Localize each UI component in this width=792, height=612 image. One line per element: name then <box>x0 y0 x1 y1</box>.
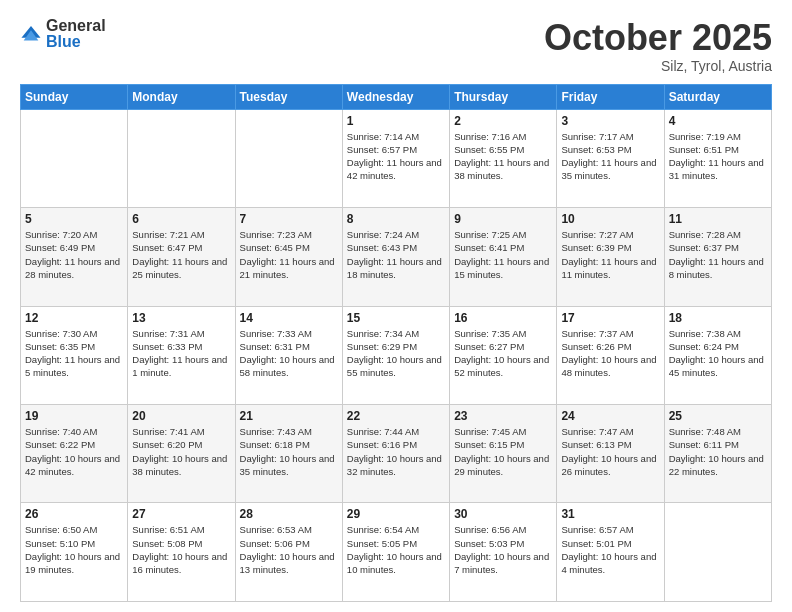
calendar-cell: 31Sunrise: 6:57 AM Sunset: 5:01 PM Dayli… <box>557 503 664 602</box>
day-number: 18 <box>669 311 767 325</box>
calendar-cell: 3Sunrise: 7:17 AM Sunset: 6:53 PM Daylig… <box>557 109 664 207</box>
day-number: 20 <box>132 409 230 423</box>
day-number: 13 <box>132 311 230 325</box>
calendar-cell: 23Sunrise: 7:45 AM Sunset: 6:15 PM Dayli… <box>450 405 557 503</box>
calendar-cell: 8Sunrise: 7:24 AM Sunset: 6:43 PM Daylig… <box>342 208 449 306</box>
day-number: 27 <box>132 507 230 521</box>
weekday-header-saturday: Saturday <box>664 84 771 109</box>
day-number: 7 <box>240 212 338 226</box>
calendar-cell: 25Sunrise: 7:48 AM Sunset: 6:11 PM Dayli… <box>664 405 771 503</box>
calendar-cell: 15Sunrise: 7:34 AM Sunset: 6:29 PM Dayli… <box>342 306 449 404</box>
day-info: Sunrise: 7:21 AM Sunset: 6:47 PM Dayligh… <box>132 228 230 281</box>
day-number: 25 <box>669 409 767 423</box>
month-title: October 2025 <box>544 18 772 58</box>
day-info: Sunrise: 7:38 AM Sunset: 6:24 PM Dayligh… <box>669 327 767 380</box>
day-number: 28 <box>240 507 338 521</box>
day-info: Sunrise: 7:16 AM Sunset: 6:55 PM Dayligh… <box>454 130 552 183</box>
calendar-cell: 19Sunrise: 7:40 AM Sunset: 6:22 PM Dayli… <box>21 405 128 503</box>
day-info: Sunrise: 6:50 AM Sunset: 5:10 PM Dayligh… <box>25 523 123 576</box>
calendar-cell <box>235 109 342 207</box>
calendar-cell: 27Sunrise: 6:51 AM Sunset: 5:08 PM Dayli… <box>128 503 235 602</box>
day-number: 10 <box>561 212 659 226</box>
calendar-cell: 20Sunrise: 7:41 AM Sunset: 6:20 PM Dayli… <box>128 405 235 503</box>
calendar-cell: 18Sunrise: 7:38 AM Sunset: 6:24 PM Dayli… <box>664 306 771 404</box>
calendar-cell: 29Sunrise: 6:54 AM Sunset: 5:05 PM Dayli… <box>342 503 449 602</box>
week-row-1: 1Sunrise: 7:14 AM Sunset: 6:57 PM Daylig… <box>21 109 772 207</box>
logo-blue: Blue <box>46 34 106 50</box>
day-info: Sunrise: 7:19 AM Sunset: 6:51 PM Dayligh… <box>669 130 767 183</box>
location-subtitle: Silz, Tyrol, Austria <box>544 58 772 74</box>
calendar-cell: 10Sunrise: 7:27 AM Sunset: 6:39 PM Dayli… <box>557 208 664 306</box>
calendar-header: SundayMondayTuesdayWednesdayThursdayFrid… <box>21 84 772 109</box>
calendar-cell: 6Sunrise: 7:21 AM Sunset: 6:47 PM Daylig… <box>128 208 235 306</box>
calendar-cell <box>664 503 771 602</box>
day-number: 8 <box>347 212 445 226</box>
day-info: Sunrise: 7:35 AM Sunset: 6:27 PM Dayligh… <box>454 327 552 380</box>
day-info: Sunrise: 7:17 AM Sunset: 6:53 PM Dayligh… <box>561 130 659 183</box>
day-number: 4 <box>669 114 767 128</box>
day-info: Sunrise: 7:33 AM Sunset: 6:31 PM Dayligh… <box>240 327 338 380</box>
logo: General Blue <box>20 18 106 50</box>
day-number: 14 <box>240 311 338 325</box>
day-info: Sunrise: 6:51 AM Sunset: 5:08 PM Dayligh… <box>132 523 230 576</box>
day-number: 5 <box>25 212 123 226</box>
calendar-cell: 28Sunrise: 6:53 AM Sunset: 5:06 PM Dayli… <box>235 503 342 602</box>
day-info: Sunrise: 7:28 AM Sunset: 6:37 PM Dayligh… <box>669 228 767 281</box>
page: General Blue October 2025 Silz, Tyrol, A… <box>0 0 792 612</box>
weekday-header-wednesday: Wednesday <box>342 84 449 109</box>
calendar-cell: 2Sunrise: 7:16 AM Sunset: 6:55 PM Daylig… <box>450 109 557 207</box>
calendar-cell: 14Sunrise: 7:33 AM Sunset: 6:31 PM Dayli… <box>235 306 342 404</box>
calendar-cell: 1Sunrise: 7:14 AM Sunset: 6:57 PM Daylig… <box>342 109 449 207</box>
calendar-cell: 5Sunrise: 7:20 AM Sunset: 6:49 PM Daylig… <box>21 208 128 306</box>
day-info: Sunrise: 7:34 AM Sunset: 6:29 PM Dayligh… <box>347 327 445 380</box>
logo-general: General <box>46 18 106 34</box>
day-info: Sunrise: 7:40 AM Sunset: 6:22 PM Dayligh… <box>25 425 123 478</box>
calendar-body: 1Sunrise: 7:14 AM Sunset: 6:57 PM Daylig… <box>21 109 772 601</box>
weekday-header-friday: Friday <box>557 84 664 109</box>
day-info: Sunrise: 7:23 AM Sunset: 6:45 PM Dayligh… <box>240 228 338 281</box>
weekday-header-monday: Monday <box>128 84 235 109</box>
day-info: Sunrise: 7:48 AM Sunset: 6:11 PM Dayligh… <box>669 425 767 478</box>
day-number: 6 <box>132 212 230 226</box>
day-number: 19 <box>25 409 123 423</box>
day-number: 22 <box>347 409 445 423</box>
day-info: Sunrise: 7:41 AM Sunset: 6:20 PM Dayligh… <box>132 425 230 478</box>
calendar-cell: 9Sunrise: 7:25 AM Sunset: 6:41 PM Daylig… <box>450 208 557 306</box>
week-row-5: 26Sunrise: 6:50 AM Sunset: 5:10 PM Dayli… <box>21 503 772 602</box>
day-number: 17 <box>561 311 659 325</box>
day-number: 24 <box>561 409 659 423</box>
logo-icon <box>20 23 42 45</box>
day-number: 2 <box>454 114 552 128</box>
day-info: Sunrise: 7:43 AM Sunset: 6:18 PM Dayligh… <box>240 425 338 478</box>
day-info: Sunrise: 7:44 AM Sunset: 6:16 PM Dayligh… <box>347 425 445 478</box>
day-number: 3 <box>561 114 659 128</box>
day-number: 9 <box>454 212 552 226</box>
week-row-2: 5Sunrise: 7:20 AM Sunset: 6:49 PM Daylig… <box>21 208 772 306</box>
day-info: Sunrise: 7:20 AM Sunset: 6:49 PM Dayligh… <box>25 228 123 281</box>
day-info: Sunrise: 7:31 AM Sunset: 6:33 PM Dayligh… <box>132 327 230 380</box>
day-number: 31 <box>561 507 659 521</box>
day-info: Sunrise: 7:30 AM Sunset: 6:35 PM Dayligh… <box>25 327 123 380</box>
calendar-cell <box>21 109 128 207</box>
weekday-header-thursday: Thursday <box>450 84 557 109</box>
day-info: Sunrise: 6:57 AM Sunset: 5:01 PM Dayligh… <box>561 523 659 576</box>
week-row-3: 12Sunrise: 7:30 AM Sunset: 6:35 PM Dayli… <box>21 306 772 404</box>
day-info: Sunrise: 7:37 AM Sunset: 6:26 PM Dayligh… <box>561 327 659 380</box>
day-info: Sunrise: 7:47 AM Sunset: 6:13 PM Dayligh… <box>561 425 659 478</box>
day-number: 12 <box>25 311 123 325</box>
day-number: 16 <box>454 311 552 325</box>
day-number: 29 <box>347 507 445 521</box>
calendar-cell: 21Sunrise: 7:43 AM Sunset: 6:18 PM Dayli… <box>235 405 342 503</box>
week-row-4: 19Sunrise: 7:40 AM Sunset: 6:22 PM Dayli… <box>21 405 772 503</box>
day-info: Sunrise: 6:53 AM Sunset: 5:06 PM Dayligh… <box>240 523 338 576</box>
day-number: 23 <box>454 409 552 423</box>
calendar-cell: 30Sunrise: 6:56 AM Sunset: 5:03 PM Dayli… <box>450 503 557 602</box>
calendar: SundayMondayTuesdayWednesdayThursdayFrid… <box>20 84 772 602</box>
calendar-cell: 13Sunrise: 7:31 AM Sunset: 6:33 PM Dayli… <box>128 306 235 404</box>
day-info: Sunrise: 6:54 AM Sunset: 5:05 PM Dayligh… <box>347 523 445 576</box>
header: General Blue October 2025 Silz, Tyrol, A… <box>20 18 772 74</box>
day-number: 11 <box>669 212 767 226</box>
calendar-cell: 4Sunrise: 7:19 AM Sunset: 6:51 PM Daylig… <box>664 109 771 207</box>
calendar-cell: 7Sunrise: 7:23 AM Sunset: 6:45 PM Daylig… <box>235 208 342 306</box>
day-info: Sunrise: 7:45 AM Sunset: 6:15 PM Dayligh… <box>454 425 552 478</box>
